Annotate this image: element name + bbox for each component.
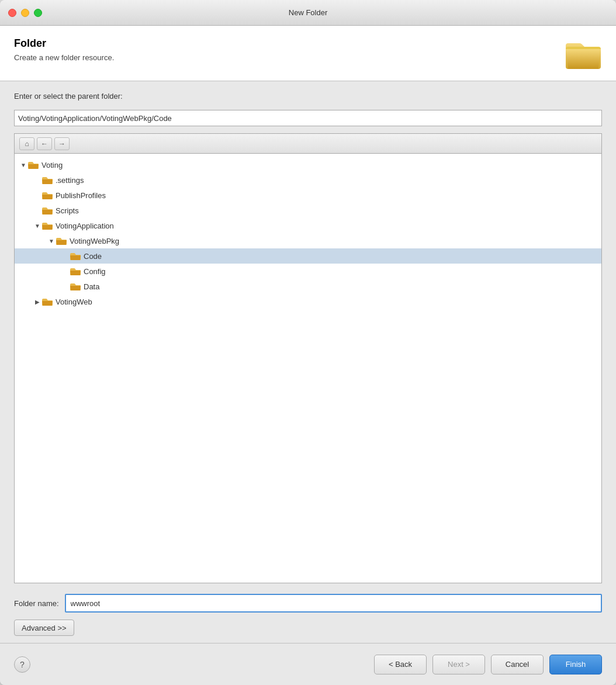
toggle-icon: ▼ bbox=[47, 238, 56, 244]
bottom-right: < Back Next > Cancel Finish bbox=[374, 655, 602, 674]
minimize-button[interactable] bbox=[21, 9, 29, 17]
window-controls bbox=[8, 9, 42, 17]
folder-name-row: Folder name: bbox=[14, 594, 602, 613]
tree-item-label: PublishProfiles bbox=[56, 191, 106, 200]
title-bar: New Folder bbox=[0, 0, 616, 26]
tree-item-votingweb[interactable]: ▶VotingWeb bbox=[15, 294, 601, 309]
tree-item-label: Code bbox=[84, 252, 102, 261]
window-title: New Folder bbox=[289, 8, 327, 17]
parent-folder-label: Enter or select the parent folder: bbox=[14, 92, 602, 101]
tree-item-code[interactable]: Code bbox=[15, 248, 601, 264]
tree-item-votingapplication[interactable]: ▼VotingApplication bbox=[15, 218, 601, 233]
finish-button[interactable]: Finish bbox=[549, 655, 602, 674]
advanced-button[interactable]: Advanced >> bbox=[14, 620, 74, 636]
folder-tree-container: ⌂ ← → ▼Voting.settingsPublishProfilesScr… bbox=[14, 133, 602, 583]
parent-folder-input[interactable] bbox=[14, 110, 602, 126]
tree-item-config[interactable]: Config bbox=[15, 264, 601, 279]
folder-icon bbox=[70, 267, 81, 276]
tree-item-label: Data bbox=[84, 282, 99, 291]
content-area: Enter or select the parent folder: ⌂ ← →… bbox=[0, 81, 616, 594]
toggle-icon: ▶ bbox=[33, 299, 41, 305]
tree-toolbar: ⌂ ← → bbox=[15, 134, 601, 154]
tree-item-label: Voting bbox=[41, 161, 63, 169]
folder-icon bbox=[41, 297, 53, 306]
folder-icon bbox=[41, 221, 53, 230]
form-area: Folder name: Advanced >> bbox=[0, 594, 616, 643]
close-button[interactable] bbox=[8, 9, 16, 17]
cancel-button[interactable]: Cancel bbox=[491, 655, 544, 674]
next-button[interactable]: Next > bbox=[432, 655, 485, 674]
folder-icon-large bbox=[565, 37, 602, 69]
folder-icon bbox=[41, 175, 53, 185]
tree-item-label: VotingWebPkg bbox=[70, 237, 119, 245]
tree-item-label: VotingWeb bbox=[56, 297, 92, 306]
home-button[interactable]: ⌂ bbox=[19, 137, 34, 150]
header-text: Folder Create a new folder resource. bbox=[14, 37, 114, 62]
folder-icon bbox=[70, 282, 81, 291]
folder-icon bbox=[70, 251, 81, 261]
header-section: Folder Create a new folder resource. bbox=[0, 26, 616, 81]
folder-icon bbox=[56, 236, 67, 245]
tree-body[interactable]: ▼Voting.settingsPublishProfilesScripts▼V… bbox=[15, 154, 601, 583]
tree-item-label: .settings bbox=[56, 176, 84, 185]
back-button[interactable]: ← bbox=[37, 137, 52, 150]
folder-name-label: Folder name: bbox=[14, 599, 59, 608]
tree-item-votingwebpkg[interactable]: ▼VotingWebPkg bbox=[15, 233, 601, 248]
bottom-left: ? bbox=[14, 656, 30, 673]
tree-item-label: Config bbox=[84, 267, 106, 276]
toggle-icon: ▼ bbox=[19, 162, 27, 168]
folder-icon bbox=[27, 160, 39, 169]
tree-item-data[interactable]: Data bbox=[15, 279, 601, 294]
tree-item-label: VotingApplication bbox=[56, 222, 114, 230]
back-button[interactable]: < Back bbox=[374, 655, 427, 674]
folder-name-input[interactable] bbox=[65, 594, 602, 613]
maximize-button[interactable] bbox=[34, 9, 42, 17]
forward-button[interactable]: → bbox=[54, 137, 70, 150]
tree-item-settings[interactable]: .settings bbox=[15, 172, 601, 188]
page-title: Folder bbox=[14, 37, 114, 50]
tree-item-label: Scripts bbox=[56, 206, 79, 215]
toggle-icon: ▼ bbox=[33, 223, 41, 229]
help-button[interactable]: ? bbox=[14, 656, 30, 673]
tree-item-voting[interactable]: ▼Voting bbox=[15, 157, 601, 172]
bottom-bar: ? < Back Next > Cancel Finish bbox=[0, 643, 616, 685]
folder-icon bbox=[41, 191, 53, 200]
folder-icon bbox=[41, 206, 53, 215]
page-description: Create a new folder resource. bbox=[14, 53, 114, 62]
tree-item-scripts[interactable]: Scripts bbox=[15, 203, 601, 218]
tree-item-publishprofiles[interactable]: PublishProfiles bbox=[15, 188, 601, 203]
